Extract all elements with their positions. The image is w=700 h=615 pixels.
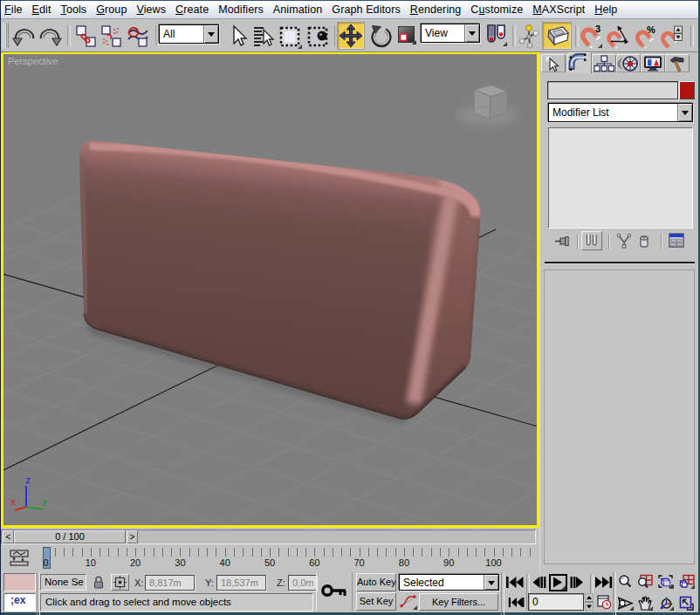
time-configuration-icon[interactable]	[597, 595, 612, 613]
select-and-move-button[interactable]	[337, 22, 365, 50]
selection-lock-icon[interactable]	[92, 575, 106, 593]
dropdown-arrow-icon[interactable]	[203, 25, 218, 43]
menu-graph-editors[interactable]: Graph Editors	[327, 2, 405, 17]
menu-customize[interactable]: Customize	[466, 2, 528, 17]
open-mini-trackview-icon[interactable]	[10, 550, 29, 571]
time-slider-handle[interactable]: 0 / 100	[14, 530, 126, 543]
set-key-button[interactable]: Set Key	[356, 592, 396, 611]
tab-motion[interactable]	[616, 54, 641, 72]
absolute-transform-typein-button[interactable]	[111, 574, 129, 591]
key-filters-button[interactable]: Key Filters...	[419, 593, 498, 611]
select-by-name-icon[interactable]	[252, 24, 275, 52]
percent-snap-toggle-icon[interactable]: %	[634, 24, 657, 51]
viewport-canvas[interactable]: FRONT z x y	[3, 54, 537, 525]
play-animation-button[interactable]	[549, 574, 567, 591]
object-name-field[interactable]	[547, 81, 678, 99]
previous-frame-icon[interactable]	[532, 575, 546, 590]
tab-create[interactable]	[541, 54, 566, 72]
ruler-tick	[234, 548, 235, 557]
redo-icon[interactable]	[38, 24, 62, 52]
select-and-manipulate-icon[interactable]	[518, 24, 539, 52]
select-and-scale-icon[interactable]	[398, 26, 416, 44]
default-in-out-tangents-icon[interactable]	[399, 593, 417, 610]
zoom-all-icon[interactable]	[637, 574, 653, 592]
reference-coordsys-dropdown[interactable]: View	[421, 24, 480, 43]
pan-icon[interactable]	[637, 596, 653, 611]
go-to-start-icon[interactable]	[505, 575, 525, 590]
set-keys-button[interactable]	[316, 572, 353, 611]
key-mode-toggle-icon[interactable]	[508, 596, 525, 612]
rectangular-selection-region-icon[interactable]	[278, 24, 302, 49]
coord-x-field[interactable]: 8,817m	[145, 575, 195, 591]
go-to-end-icon[interactable]	[594, 575, 614, 590]
menu-modifiers[interactable]: Modifiers	[214, 2, 269, 17]
selection-status-field[interactable]: None Se	[40, 574, 86, 591]
dropdown-arrow-icon[interactable]	[464, 24, 479, 42]
time-slider-next-button[interactable]: >	[127, 530, 138, 543]
menu-edit[interactable]: Edit	[27, 2, 56, 17]
dropdown-arrow-icon[interactable]	[677, 104, 692, 121]
tab-display[interactable]	[641, 54, 665, 72]
use-pivot-point-center-icon[interactable]	[485, 24, 507, 46]
menu-help[interactable]: Help	[590, 2, 622, 17]
macro-recorder-pane[interactable]	[3, 573, 36, 591]
tab-modify[interactable]	[567, 52, 592, 73]
menu-file[interactable]: File	[1, 2, 27, 17]
selection-set-dropdown[interactable]: Selected	[399, 574, 499, 591]
tripod-z-label: z	[25, 475, 31, 485]
select-and-link-icon[interactable]	[74, 24, 97, 52]
menu-animation[interactable]: Animation	[268, 2, 327, 17]
menu-tools[interactable]: Tools	[56, 2, 92, 17]
modifier-stack-list[interactable]	[548, 127, 693, 229]
rollout-area[interactable]	[544, 270, 695, 564]
auto-key-button[interactable]: Auto Key	[356, 573, 396, 591]
angle-snap-toggle-icon[interactable]	[606, 24, 629, 51]
tab-hierarchy[interactable]	[592, 54, 616, 72]
toolbar-grip[interactable]	[3, 23, 9, 48]
viewport-label[interactable]: Perspective	[8, 56, 58, 66]
perspective-viewport[interactable]: FRONT z x y Perspective	[3, 54, 537, 525]
configure-modifier-sets-icon[interactable]	[668, 233, 685, 252]
modifier-list-dropdown[interactable]: Modifier List	[548, 103, 693, 122]
ruler-tick	[395, 548, 396, 557]
spinner-snap-toggle-icon[interactable]	[660, 24, 683, 51]
menu-group[interactable]: Group	[92, 2, 132, 17]
select-and-rotate-icon[interactable]	[369, 24, 392, 52]
tab-utilities[interactable]	[665, 54, 690, 72]
coord-z-field[interactable]: 0,0m	[288, 575, 317, 591]
arc-rotate-icon[interactable]	[658, 596, 674, 611]
menu-maxscript[interactable]: MAXScript	[528, 2, 590, 17]
object-color-swatch[interactable]	[679, 81, 695, 99]
pin-stack-icon[interactable]	[554, 233, 572, 252]
keyboard-shortcut-override-button[interactable]	[542, 22, 572, 50]
3dsmax-window: { "app": "Autodesk 3ds Max", "menubar": …	[0, 0, 700, 615]
ruler-tick	[350, 548, 351, 557]
window-crossing-icon[interactable]	[306, 24, 331, 52]
zoom-extents-all-icon[interactable]	[679, 574, 695, 589]
menu-views[interactable]: Views	[132, 2, 171, 17]
field-of-view-icon[interactable]	[617, 596, 634, 611]
bind-to-space-warp-icon[interactable]	[127, 24, 149, 52]
menu-create[interactable]: Create	[171, 2, 214, 17]
show-end-result-button[interactable]	[581, 231, 602, 250]
remove-modifier-icon[interactable]	[636, 233, 652, 252]
zoom-icon[interactable]	[617, 574, 633, 592]
maxscript-mini-listener[interactable]: ;ex	[3, 593, 36, 612]
unlink-selection-icon[interactable]	[100, 24, 122, 52]
undo-icon[interactable]	[12, 24, 37, 52]
select-object-icon[interactable]	[227, 24, 248, 53]
selection-filter-dropdown[interactable]: All	[159, 24, 219, 44]
make-unique-icon[interactable]	[615, 233, 633, 252]
frame-spinner[interactable]	[585, 593, 594, 611]
ruler-tick	[413, 548, 414, 557]
ruler-tick	[305, 548, 306, 557]
next-frame-icon[interactable]	[570, 575, 585, 590]
coord-y-field[interactable]: 18,537m	[216, 575, 266, 591]
menu-rendering[interactable]: Rendering	[405, 2, 466, 17]
snaps-toggle-icon[interactable]: 3	[579, 24, 602, 48]
time-slider-prev-button[interactable]: <	[3, 530, 14, 543]
frame-number-field[interactable]: 0	[528, 593, 584, 611]
maximize-viewport-toggle-icon[interactable]	[679, 596, 694, 611]
zoom-extents-icon[interactable]	[657, 574, 674, 589]
dropdown-arrow-icon[interactable]	[484, 575, 498, 590]
